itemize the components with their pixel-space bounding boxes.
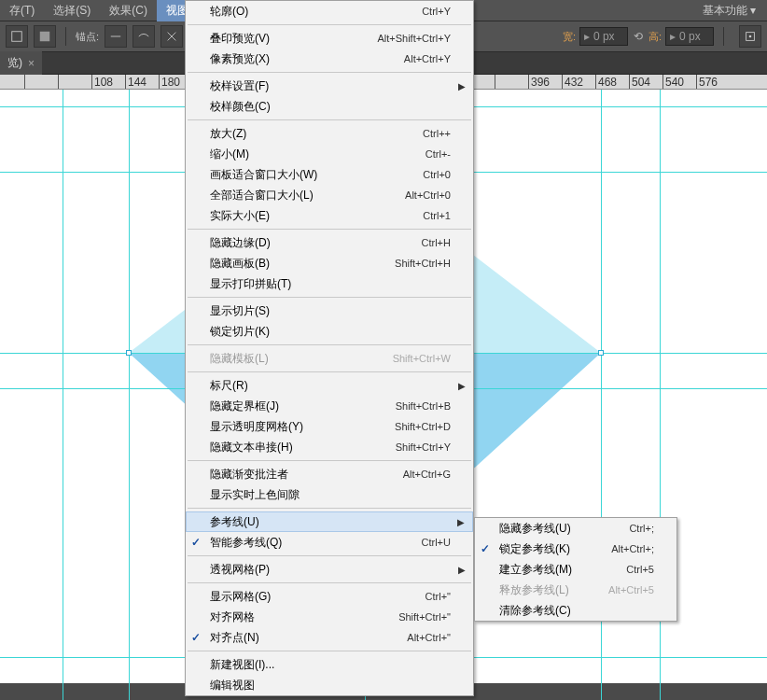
menu-item[interactable]: 建立参考线(M)Ctrl+5 (475, 559, 676, 580)
ruler-tick: 540 (662, 75, 684, 89)
menu-item-label: 画板适合窗口大小(W) (210, 167, 393, 183)
menu-item-label: 显示实时上色间隙 (210, 487, 451, 503)
menu-shortcut: Alt+Ctrl+" (407, 632, 451, 643)
menu-item[interactable]: 显示透明度网格(Y)Shift+Ctrl+D (186, 416, 473, 437)
menu-item-label: 锁定切片(K) (210, 324, 451, 340)
width-input[interactable]: ▸0 px (579, 27, 628, 46)
menu-item-label: 校样设置(F) (210, 78, 451, 94)
anchor-point[interactable] (126, 350, 132, 356)
menu-item-label: 显示网格(G) (210, 589, 396, 605)
menu-item-label: 标尺(R) (210, 378, 451, 394)
menu-shortcut: Ctrl+0 (423, 169, 451, 180)
menu-item-label: 智能参考线(Q) (210, 535, 392, 551)
ruler-tick: 504 (629, 75, 650, 89)
tool-btn-end[interactable] (739, 25, 761, 48)
menu-shortcut: Shift+Ctrl+W (393, 353, 451, 364)
ruler-tick: 396 (528, 75, 550, 89)
svg-rect-0 (12, 32, 22, 42)
ruler-tick: 180 (159, 75, 180, 89)
ruler-tick: 468 (595, 75, 617, 89)
menu-item[interactable]: 标尺(R)▶ (186, 375, 473, 396)
menu-shortcut: Ctrl++ (423, 128, 451, 139)
guides-submenu: 隐藏参考线(U)Ctrl+;✓锁定参考线(K)Alt+Ctrl+;建立参考线(M… (474, 517, 677, 622)
menu-select[interactable]: 选择(S) (44, 0, 100, 21)
workspace-switcher[interactable]: 基本功能 ▾ (691, 0, 767, 21)
menu-item[interactable]: ✓对齐点(N)Alt+Ctrl+" (186, 627, 473, 648)
menu-item-label: 隐藏参考线(U) (499, 521, 599, 537)
menu-item-label: 对齐点(N) (210, 630, 377, 646)
document-tab[interactable]: 览) × (0, 51, 42, 75)
ruler-tick (24, 75, 27, 89)
menu-item[interactable]: 校样颜色(C) (186, 96, 473, 117)
height-field-group: 高: ▸0 px (648, 27, 714, 46)
menu-item[interactable]: 隐藏文本串接(H)Shift+Ctrl+Y (186, 437, 473, 457)
menu-item[interactable]: 校样设置(F)▶ (186, 76, 473, 96)
menu-shortcut: Alt+Ctrl+0 (405, 189, 451, 201)
menu-effect[interactable]: 效果(C) (100, 0, 157, 21)
menu-shortcut: Shift+Ctrl+D (395, 421, 451, 432)
ruler-tick (495, 75, 497, 89)
ruler-tick: 432 (562, 75, 583, 89)
menu-item[interactable]: 隐藏定界框(J)Shift+Ctrl+B (186, 396, 473, 416)
menu-item-label: 建立参考线(M) (499, 562, 596, 578)
view-menu-dropdown: 轮廓(O)Ctrl+Y叠印预览(V)Alt+Shift+Ctrl+Y像素预览(X… (185, 0, 474, 696)
menu-item-label: 对齐网格 (210, 609, 369, 625)
menu-item-label: 显示透明度网格(Y) (210, 419, 365, 435)
tool-btn-2[interactable] (34, 25, 56, 48)
menu-shortcut: Shift+Ctrl+B (396, 400, 451, 412)
menu-item[interactable]: 透视网格(P)▶ (186, 559, 473, 580)
menu-item-label: 显示打印拼贴(T) (210, 276, 451, 292)
menu-item[interactable]: 新建视图(I)... (186, 654, 473, 675)
menu-item[interactable]: 清除参考线(C) (475, 600, 676, 621)
guide-vertical[interactable] (63, 90, 63, 700)
link-wh-icon[interactable]: ⟲ (634, 30, 643, 43)
ruler-tick: 576 (696, 75, 718, 89)
menu-item[interactable]: 放大(Z)Ctrl++ (186, 123, 473, 144)
svg-rect-1 (40, 32, 50, 42)
menu-item[interactable]: 轮廓(O)Ctrl+Y (186, 1, 473, 21)
menu-item[interactable]: 实际大小(E)Ctrl+1 (186, 205, 473, 226)
menu-item-label: 透视网格(P) (210, 562, 451, 578)
submenu-arrow-icon: ▶ (458, 81, 466, 91)
menu-item[interactable]: 参考线(U)▶ (186, 511, 473, 532)
menu-item[interactable]: 对齐网格Shift+Ctrl+" (186, 607, 473, 627)
menu-item[interactable]: 缩小(M)Ctrl+- (186, 144, 473, 164)
menu-item[interactable]: 隐藏参考线(U)Ctrl+; (475, 518, 676, 539)
menu-item[interactable]: 像素预览(X)Alt+Ctrl+Y (186, 49, 473, 69)
menu-shortcut: Shift+Ctrl+" (398, 611, 451, 623)
anchor-label: 锚点: (76, 30, 99, 44)
tool-btn-1[interactable] (6, 25, 28, 48)
menu-item[interactable]: 隐藏边缘(D)Ctrl+H (186, 232, 473, 253)
anchor-point[interactable] (598, 350, 604, 356)
height-label: 高: (648, 30, 662, 44)
close-icon[interactable]: × (28, 57, 35, 70)
menu-item[interactable]: 显示网格(G)Ctrl+" (186, 586, 473, 607)
menu-item-label: 隐藏渐变批注者 (210, 467, 373, 483)
menu-item-label: 隐藏边缘(D) (210, 235, 392, 251)
menu-item[interactable]: 隐藏画板(B)Shift+Ctrl+H (186, 253, 473, 273)
anchor-remove[interactable] (160, 25, 183, 48)
document-tab-title: 览) (7, 55, 22, 71)
submenu-arrow-icon: ▶ (457, 517, 465, 527)
menu-item[interactable]: 显示切片(S) (186, 301, 473, 321)
menu-shortcut: Ctrl+" (425, 591, 451, 602)
height-input[interactable]: ▸0 px (665, 27, 714, 46)
menu-save[interactable]: 存(T) (0, 0, 44, 21)
guide-vertical[interactable] (129, 90, 130, 700)
menu-item[interactable]: ✓锁定参考线(K)Alt+Ctrl+; (475, 539, 676, 559)
menu-item[interactable]: 锁定切片(K) (186, 321, 473, 342)
menu-item[interactable]: 编辑视图 (186, 675, 473, 695)
menu-item[interactable]: 全部适合窗口大小(L)Alt+Ctrl+0 (186, 185, 473, 205)
menu-item[interactable]: ✓智能参考线(Q)Ctrl+U (186, 532, 473, 553)
anchor-convert-2[interactable] (132, 25, 155, 48)
menu-item[interactable]: 显示实时上色间隙 (186, 484, 473, 505)
menu-shortcut: Ctrl+U (422, 537, 451, 548)
menu-item[interactable]: 隐藏渐变批注者Alt+Ctrl+G (186, 464, 473, 484)
submenu-arrow-icon: ▶ (458, 565, 466, 575)
anchor-convert-1[interactable] (105, 25, 127, 48)
menu-item[interactable]: 显示打印拼贴(T) (186, 273, 473, 294)
menu-item[interactable]: 画板适合窗口大小(W)Ctrl+0 (186, 164, 473, 185)
menu-item[interactable]: 叠印预览(V)Alt+Shift+Ctrl+Y (186, 28, 473, 49)
ruler-tick: 108 (91, 75, 113, 89)
menu-item: 隐藏模板(L)Shift+Ctrl+W (186, 348, 473, 369)
